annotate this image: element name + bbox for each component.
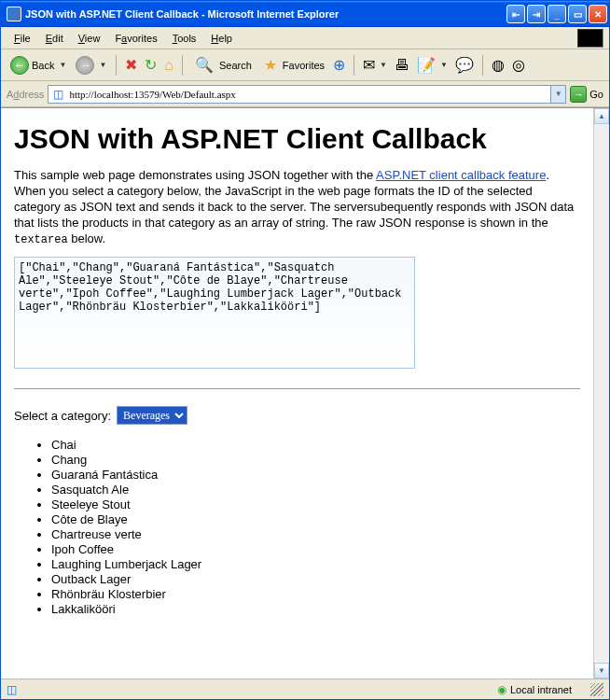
product-list-item: Steeleye Stout (51, 497, 580, 511)
chevron-down-icon: ▼ (59, 61, 66, 69)
callback-link[interactable]: ASP.NET client callback feature (376, 168, 546, 182)
print-button[interactable]: 🖶 (392, 57, 412, 74)
back-button[interactable]: ← Back ▼ (7, 54, 70, 77)
product-list-item: Sasquatch Ale (51, 483, 580, 497)
address-bar: Address ◫ ▼ → Go (1, 81, 609, 107)
star-icon: ★ (261, 56, 280, 74)
product-list-item: Guaraná Fantástica (51, 468, 580, 482)
refresh-button[interactable]: ↻ (142, 56, 159, 74)
collapse-button[interactable]: ⇤ (506, 5, 525, 23)
expand-button[interactable]: ⇥ (527, 5, 546, 23)
select-label: Select a category: (14, 409, 111, 423)
toolbar: ← Back ▼ → ▼ ✖ ↻ ⌂ 🔍 Search ★ Favorites … (1, 49, 609, 81)
go-button[interactable]: → Go (570, 86, 603, 103)
edit-button[interactable]: 📝▼ (414, 56, 451, 74)
address-dropdown[interactable]: ▼ (550, 86, 565, 103)
product-list-item: Lakkalikööri (51, 602, 580, 616)
address-input[interactable] (67, 88, 550, 101)
stop-button[interactable]: ✖ (122, 56, 140, 74)
json-response-textarea[interactable] (14, 257, 415, 369)
menu-edit[interactable]: Edit (38, 31, 71, 46)
separator (116, 55, 117, 76)
chevron-down-icon: ▼ (99, 61, 106, 69)
search-label: Search (219, 60, 252, 71)
intro-paragraph: This sample web page demonstrates using … (14, 168, 580, 247)
page-icon: ◫ (50, 87, 65, 102)
scroll-down-button[interactable]: ▼ (594, 663, 609, 679)
extra-button-2[interactable]: ◎ (509, 56, 528, 74)
window-title: JSON with ASP.NET Client Callback - Micr… (25, 8, 506, 20)
search-icon: 🔍 (192, 56, 216, 74)
extra-button-1[interactable]: ◍ (489, 56, 507, 74)
page-body: JSON with ASP.NET Client Callback This s… (1, 108, 593, 679)
address-label: Address (7, 89, 44, 100)
statusbar: ◫ ◉ Local intranet (1, 679, 609, 699)
divider (14, 388, 580, 389)
product-list-item: Laughing Lumberjack Lager (51, 557, 580, 571)
product-list-item: Outback Lager (51, 572, 580, 586)
menu-favorites[interactable]: Favorites (107, 31, 164, 46)
address-input-wrap[interactable]: ◫ ▼ (48, 85, 566, 104)
vertical-scrollbar[interactable]: ▲ ▼ (593, 108, 609, 679)
product-list-item: Chartreuse verte (51, 527, 580, 541)
menu-help[interactable]: Help (203, 31, 240, 46)
forward-icon: → (76, 56, 94, 75)
product-list: ChaiChangGuaraná FantásticaSasquatch Ale… (14, 438, 580, 616)
resize-grip[interactable] (590, 683, 603, 696)
menu-file[interactable]: File (7, 31, 38, 46)
go-icon: → (570, 86, 587, 103)
separator (182, 55, 183, 76)
search-button[interactable]: 🔍 Search (188, 54, 256, 76)
separator (354, 55, 354, 76)
scroll-track[interactable] (594, 124, 609, 663)
product-list-item: Chang (51, 453, 580, 467)
app-icon (7, 7, 21, 21)
product-list-item: Côte de Blaye (51, 512, 580, 526)
category-select[interactable]: Beverages (117, 406, 187, 425)
mail-button[interactable]: ✉▼ (360, 56, 390, 74)
content-area: JSON with ASP.NET Client Callback This s… (1, 107, 609, 679)
page-heading: JSON with ASP.NET Client Callback (14, 123, 580, 155)
menu-tools[interactable]: Tools (165, 31, 204, 46)
titlebar: JSON with ASP.NET Client Callback - Micr… (1, 1, 609, 27)
separator (482, 55, 483, 76)
back-icon: ← (10, 56, 29, 75)
scroll-up-button[interactable]: ▲ (594, 108, 609, 124)
maximize-button[interactable]: ▭ (568, 5, 587, 23)
close-button[interactable]: ✕ (589, 5, 607, 23)
forward-button[interactable]: → ▼ (72, 54, 110, 77)
back-label: Back (32, 60, 54, 71)
go-label: Go (589, 89, 603, 100)
media-button[interactable]: ⊕ (330, 56, 348, 74)
zone-label: Local intranet (510, 684, 572, 695)
home-button[interactable]: ⌂ (161, 57, 176, 74)
favorites-label: Favorites (283, 60, 325, 71)
product-list-item: Ipoh Coffee (51, 542, 580, 556)
favorites-button[interactable]: ★ Favorites (257, 54, 328, 76)
textarea-code: textarea (14, 233, 68, 246)
menubar: File Edit View Favorites Tools Help (1, 27, 609, 49)
menu-view[interactable]: View (71, 31, 108, 46)
product-list-item: Rhönbräu Klosterbier (51, 587, 580, 601)
document-icon: ◫ (7, 683, 20, 696)
discuss-button[interactable]: 💬 (452, 56, 477, 74)
ie-throbber-icon (577, 29, 603, 48)
minimize-button[interactable]: _ (548, 5, 566, 23)
product-list-item: Chai (51, 438, 580, 452)
zone-icon: ◉ (497, 683, 506, 696)
